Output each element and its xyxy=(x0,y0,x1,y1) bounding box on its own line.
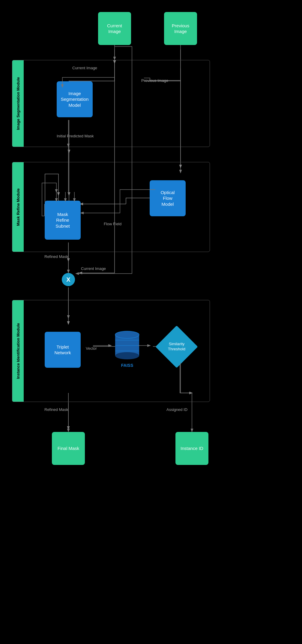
svg-point-17 xyxy=(115,352,139,359)
flow-field-annotation: Flow Field xyxy=(104,222,121,226)
instance-id-label: Instance ID xyxy=(181,445,203,451)
image-segmentation-module: Image Segmentation Module Image Segmenta… xyxy=(12,60,210,147)
optical-flow-model-box: Optical Flow Model xyxy=(150,180,186,216)
refined-mask-annotation-1: Refined Mask xyxy=(44,254,68,259)
previous-image-box: Previous Image xyxy=(164,12,197,45)
triplet-network-box: Triplet Network xyxy=(45,332,81,368)
instance-id-box: Instance ID xyxy=(175,432,208,465)
image-segmentation-module-label: Image Segmentation Module xyxy=(12,60,24,147)
triplet-network-label: Triplet Network xyxy=(54,344,71,356)
instance-identification-module-label: Instance Identification Module xyxy=(12,300,24,402)
mask-refine-module-label: Mask Refine Module xyxy=(12,162,24,252)
assigned-id-annotation: Assigned ID xyxy=(166,407,187,412)
final-mask-box: Final Mask xyxy=(52,432,85,465)
vector-annotation: Vector xyxy=(86,346,97,351)
current-image-annotation-2: Current Image xyxy=(81,266,106,271)
instance-identification-module: Instance Identification Module Triplet N… xyxy=(12,300,210,402)
previous-image-label: Previous Image xyxy=(172,23,189,34)
refined-mask-annotation-2: Refined Mask xyxy=(44,407,68,412)
initial-predicted-mask-annotation: Initial Predicted Mask xyxy=(57,134,94,138)
similarity-threshold-diamond: Similarity Threshold xyxy=(162,332,192,362)
faiss-icon xyxy=(114,329,141,362)
mask-refine-subnet-label: Mask Refine Subnet xyxy=(55,211,70,229)
multiply-circle: X xyxy=(62,273,75,286)
final-mask-label: Final Mask xyxy=(58,445,79,451)
similarity-threshold-label: Similarity Threshold xyxy=(162,342,192,352)
mask-refine-subnet-box: Mask Refine Subnet xyxy=(45,201,81,240)
previous-image-annotation-1: Previous Image xyxy=(141,78,168,83)
optical-flow-label: Optical Flow Model xyxy=(161,190,175,207)
image-seg-model-label: Image Segmentation Model xyxy=(61,91,89,108)
current-image-annotation-1: Current Image xyxy=(72,66,97,70)
diagram: Current Image Previous Image Image Segme… xyxy=(0,0,302,644)
mask-refine-module: Mask Refine Module Optical Flow Model Ma… xyxy=(12,162,210,252)
faiss-container: FAISS xyxy=(114,329,141,368)
image-segmentation-model-box: Image Segmentation Model xyxy=(57,81,93,117)
current-image-box: Current Image xyxy=(98,12,131,45)
current-image-label: Current Image xyxy=(107,23,122,34)
faiss-label: FAISS xyxy=(121,363,133,368)
